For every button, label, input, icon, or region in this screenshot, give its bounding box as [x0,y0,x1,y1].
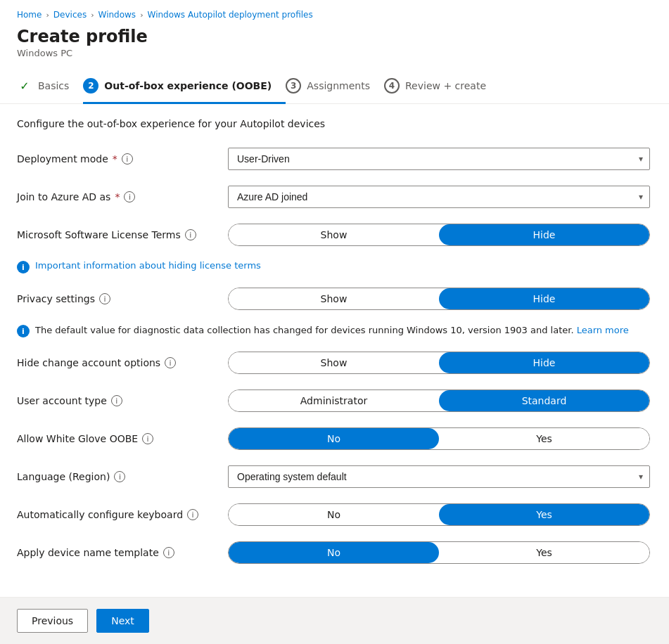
language-info-icon[interactable]: i [114,471,125,482]
breadcrumb-profiles[interactable]: Windows Autopilot deployment profiles [148,10,313,20]
tab-oobe-label: Out-of-box experience (OOBE) [104,80,272,91]
tab-review[interactable]: 4 Review + create [384,70,500,104]
user-account-type-info-icon[interactable]: i [111,395,122,406]
auto-keyboard-info-icon[interactable]: i [187,509,198,520]
page-footer: Previous Next [0,597,669,644]
white-glove-info-icon[interactable]: i [142,433,153,444]
breadcrumb: Home › Devices › Windows › Windows Autop… [0,0,669,24]
license-terms-control: Show Hide [228,224,650,246]
check-icon: ✓ [17,78,32,94]
auto-keyboard-yes-btn[interactable]: Yes [439,504,649,525]
privacy-show-btn[interactable]: Show [229,288,439,309]
breadcrumb-devices[interactable]: Devices [53,10,87,20]
join-azure-label: Join to Azure AD as * i [17,191,228,202]
license-terms-hide-btn[interactable]: Hide [439,224,649,245]
white-glove-yes-btn[interactable]: Yes [439,428,649,449]
privacy-settings-row: Privacy settings i Show Hide [17,286,652,311]
hide-change-account-label: Hide change account options i [17,357,228,368]
license-info-banner: i Important information about hiding lic… [17,260,652,273]
deployment-mode-info-icon[interactable]: i [122,153,133,165]
user-account-admin-btn[interactable]: Administrator [229,390,439,411]
breadcrumb-home[interactable]: Home [17,10,42,20]
tab-assignments-label: Assignments [307,80,370,91]
auto-keyboard-control: No Yes [228,503,650,526]
privacy-info-text: The default value for diagnostic data co… [35,324,629,337]
white-glove-no-btn[interactable]: No [229,428,439,449]
tab-review-label: Review + create [405,80,486,91]
user-account-type-label: User account type i [17,395,228,406]
white-glove-row: Allow White Glove OOBE i No Yes [17,426,652,451]
license-terms-row: Microsoft Software License Terms i Show … [17,222,652,247]
auto-keyboard-row: Automatically configure keyboard i No Ye… [17,502,652,527]
hide-change-show-btn[interactable]: Show [229,352,439,373]
hide-change-account-info-icon[interactable]: i [165,357,176,368]
privacy-hide-btn[interactable]: Hide [439,288,649,309]
deployment-mode-control: User-Driven Self-Deploying ▾ [228,148,650,170]
license-terms-show-btn[interactable]: Show [229,224,439,245]
license-terms-label: Microsoft Software License Terms i [17,229,228,240]
auto-keyboard-toggle: No Yes [228,503,650,526]
device-name-template-row: Apply device name template i No Yes [17,540,652,565]
previous-button[interactable]: Previous [17,609,88,633]
hide-change-hide-btn[interactable]: Hide [439,352,649,373]
license-terms-info-icon[interactable]: i [185,229,196,240]
white-glove-toggle: No Yes [228,427,650,450]
device-name-template-toggle: No Yes [228,541,650,564]
privacy-info-icon: i [17,325,30,337]
join-azure-control: Azure AD joined Hybrid Azure AD joined ▾ [228,186,650,208]
privacy-settings-label: Privacy settings i [17,293,228,304]
tab-bar: ✓ Basics 2 Out-of-box experience (OOBE) … [0,70,669,104]
hide-change-account-toggle: Show Hide [228,352,650,374]
license-info-link[interactable]: Important information about hiding licen… [35,260,261,271]
join-azure-info-icon[interactable]: i [124,191,135,202]
privacy-settings-toggle: Show Hide [228,288,650,310]
tab-assignments[interactable]: 3 Assignments [286,70,384,104]
tab-basics[interactable]: ✓ Basics [17,70,83,104]
hide-change-account-control: Show Hide [228,352,650,374]
join-azure-select[interactable]: Azure AD joined Hybrid Azure AD joined [228,186,650,208]
deployment-mode-required: * [113,153,117,165]
device-name-template-no-btn[interactable]: No [229,542,439,563]
deployment-mode-row: Deployment mode * i User-Driven Self-Dep… [17,146,652,172]
deployment-mode-select-wrapper: User-Driven Self-Deploying ▾ [228,148,650,170]
user-account-type-control: Administrator Standard [228,389,650,412]
deployment-mode-select[interactable]: User-Driven Self-Deploying [228,148,650,170]
privacy-learn-more-link[interactable]: Learn more [577,325,629,335]
privacy-info-banner: i The default value for diagnostic data … [17,324,652,337]
user-account-type-toggle: Administrator Standard [228,389,650,412]
join-azure-row: Join to Azure AD as * i Azure AD joined … [17,184,652,210]
tab-basics-label: Basics [38,80,69,91]
tab-assignments-num: 3 [286,78,301,94]
tab-review-num: 4 [384,78,400,94]
white-glove-label: Allow White Glove OOBE i [17,433,228,444]
page-header: Create profile Windows PC [0,24,669,70]
license-info-icon: i [17,261,30,273]
device-name-template-info-icon[interactable]: i [163,547,174,558]
privacy-settings-control: Show Hide [228,288,650,310]
page-subtitle: Windows PC [17,48,652,58]
white-glove-control: No Yes [228,427,650,450]
tab-oobe[interactable]: 2 Out-of-box experience (OOBE) [83,70,286,104]
page-title: Create profile [17,27,652,46]
user-account-type-row: User account type i Administrator Standa… [17,388,652,413]
hide-change-account-row: Hide change account options i Show Hide [17,350,652,375]
tab-oobe-num: 2 [83,78,98,94]
auto-keyboard-no-btn[interactable]: No [229,504,439,525]
device-name-template-label: Apply device name template i [17,547,228,558]
section-description: Configure the out-of-box experience for … [17,118,652,129]
language-select-wrapper: Operating system default ▾ [228,465,650,488]
language-label: Language (Region) i [17,471,228,482]
user-account-standard-btn[interactable]: Standard [439,390,649,411]
language-control: Operating system default ▾ [228,465,650,488]
language-row: Language (Region) i Operating system def… [17,464,652,489]
privacy-settings-info-icon[interactable]: i [99,293,110,304]
license-terms-toggle: Show Hide [228,224,650,246]
device-name-template-yes-btn[interactable]: Yes [439,542,649,563]
next-button[interactable]: Next [96,609,149,633]
deployment-mode-label: Deployment mode * i [17,153,228,165]
language-select[interactable]: Operating system default [228,465,650,488]
main-content: Configure the out-of-box experience for … [0,104,669,597]
join-azure-select-wrapper: Azure AD joined Hybrid Azure AD joined ▾ [228,186,650,208]
breadcrumb-windows[interactable]: Windows [98,10,136,20]
join-azure-required: * [115,191,120,202]
